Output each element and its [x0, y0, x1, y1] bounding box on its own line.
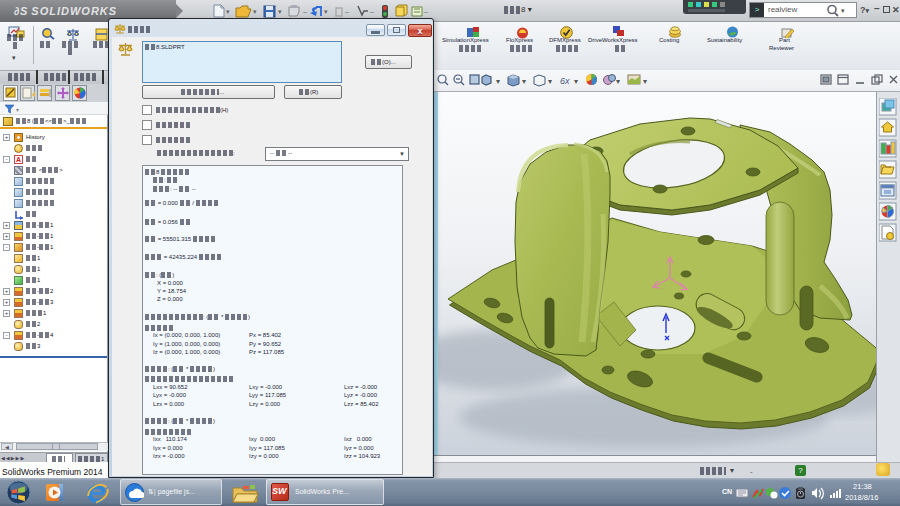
- svg-text:▾: ▾: [574, 77, 578, 86]
- svg-text:▾: ▾: [253, 8, 257, 15]
- svg-text:–: –: [345, 8, 349, 15]
- svg-text:▾: ▾: [226, 8, 230, 15]
- svg-text:▾: ▾: [522, 77, 526, 86]
- svg-text:–: –: [303, 8, 307, 15]
- svg-text:▾: ▾: [496, 77, 500, 86]
- svg-text:▾: ▾: [548, 77, 552, 86]
- svg-text:▾: ▾: [616, 77, 620, 86]
- svg-text:▾: ▾: [278, 8, 282, 15]
- svg-text:6x: 6x: [560, 76, 570, 86]
- svg-text:–: –: [370, 8, 374, 15]
- svg-text:▾: ▾: [643, 77, 647, 86]
- svg-text:–: –: [424, 8, 428, 15]
- svg-text:▾: ▾: [324, 8, 328, 15]
